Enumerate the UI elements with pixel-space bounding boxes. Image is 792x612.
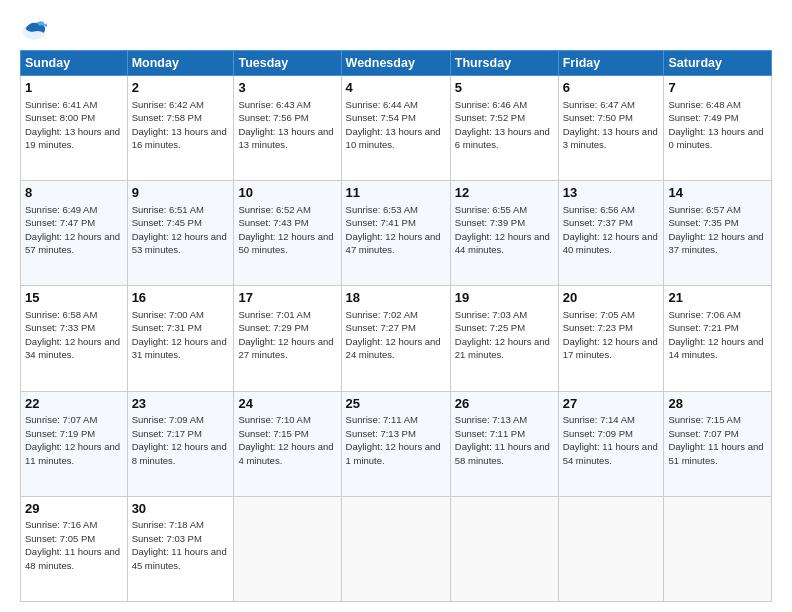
- day-info: Sunrise: 6:47 AMSunset: 7:50 PMDaylight:…: [563, 99, 658, 151]
- day-number: 15: [25, 289, 123, 307]
- calendar-week-row: 22 Sunrise: 7:07 AMSunset: 7:19 PMDaylig…: [21, 391, 772, 496]
- calendar-cell: 5 Sunrise: 6:46 AMSunset: 7:52 PMDayligh…: [450, 76, 558, 181]
- day-info: Sunrise: 7:16 AMSunset: 7:05 PMDaylight:…: [25, 519, 120, 571]
- day-info: Sunrise: 7:05 AMSunset: 7:23 PMDaylight:…: [563, 309, 658, 361]
- calendar-cell: 21 Sunrise: 7:06 AMSunset: 7:21 PMDaylig…: [664, 286, 772, 391]
- day-number: 4: [346, 79, 446, 97]
- day-number: 5: [455, 79, 554, 97]
- calendar-cell: 3 Sunrise: 6:43 AMSunset: 7:56 PMDayligh…: [234, 76, 341, 181]
- day-info: Sunrise: 6:53 AMSunset: 7:41 PMDaylight:…: [346, 204, 441, 256]
- day-info: Sunrise: 7:11 AMSunset: 7:13 PMDaylight:…: [346, 414, 441, 466]
- calendar-cell: 7 Sunrise: 6:48 AMSunset: 7:49 PMDayligh…: [664, 76, 772, 181]
- calendar-week-row: 8 Sunrise: 6:49 AMSunset: 7:47 PMDayligh…: [21, 181, 772, 286]
- day-info: Sunrise: 6:41 AMSunset: 8:00 PMDaylight:…: [25, 99, 120, 151]
- day-number: 19: [455, 289, 554, 307]
- calendar-cell: [234, 496, 341, 601]
- calendar-cell: 25 Sunrise: 7:11 AMSunset: 7:13 PMDaylig…: [341, 391, 450, 496]
- calendar-cell: [341, 496, 450, 601]
- day-info: Sunrise: 7:10 AMSunset: 7:15 PMDaylight:…: [238, 414, 333, 466]
- calendar-cell: 17 Sunrise: 7:01 AMSunset: 7:29 PMDaylig…: [234, 286, 341, 391]
- day-number: 25: [346, 395, 446, 413]
- day-number: 8: [25, 184, 123, 202]
- calendar-cell: 1 Sunrise: 6:41 AMSunset: 8:00 PMDayligh…: [21, 76, 128, 181]
- calendar-cell: 22 Sunrise: 7:07 AMSunset: 7:19 PMDaylig…: [21, 391, 128, 496]
- day-number: 16: [132, 289, 230, 307]
- day-number: 21: [668, 289, 767, 307]
- day-info: Sunrise: 6:55 AMSunset: 7:39 PMDaylight:…: [455, 204, 550, 256]
- header-wednesday: Wednesday: [341, 51, 450, 76]
- day-info: Sunrise: 6:48 AMSunset: 7:49 PMDaylight:…: [668, 99, 763, 151]
- day-number: 29: [25, 500, 123, 518]
- day-number: 7: [668, 79, 767, 97]
- calendar-cell: 15 Sunrise: 6:58 AMSunset: 7:33 PMDaylig…: [21, 286, 128, 391]
- day-info: Sunrise: 6:58 AMSunset: 7:33 PMDaylight:…: [25, 309, 120, 361]
- day-number: 11: [346, 184, 446, 202]
- calendar-table: Sunday Monday Tuesday Wednesday Thursday…: [20, 50, 772, 602]
- day-info: Sunrise: 7:09 AMSunset: 7:17 PMDaylight:…: [132, 414, 227, 466]
- calendar-cell: 20 Sunrise: 7:05 AMSunset: 7:23 PMDaylig…: [558, 286, 664, 391]
- calendar-cell: 14 Sunrise: 6:57 AMSunset: 7:35 PMDaylig…: [664, 181, 772, 286]
- calendar-cell: 16 Sunrise: 7:00 AMSunset: 7:31 PMDaylig…: [127, 286, 234, 391]
- logo: [20, 16, 52, 44]
- calendar-cell: 11 Sunrise: 6:53 AMSunset: 7:41 PMDaylig…: [341, 181, 450, 286]
- day-number: 13: [563, 184, 660, 202]
- calendar-cell: 28 Sunrise: 7:15 AMSunset: 7:07 PMDaylig…: [664, 391, 772, 496]
- calendar-cell: 13 Sunrise: 6:56 AMSunset: 7:37 PMDaylig…: [558, 181, 664, 286]
- day-info: Sunrise: 7:02 AMSunset: 7:27 PMDaylight:…: [346, 309, 441, 361]
- day-number: 24: [238, 395, 336, 413]
- calendar-cell: 19 Sunrise: 7:03 AMSunset: 7:25 PMDaylig…: [450, 286, 558, 391]
- day-number: 27: [563, 395, 660, 413]
- day-number: 10: [238, 184, 336, 202]
- day-info: Sunrise: 6:46 AMSunset: 7:52 PMDaylight:…: [455, 99, 550, 151]
- day-info: Sunrise: 7:15 AMSunset: 7:07 PMDaylight:…: [668, 414, 763, 466]
- page: Sunday Monday Tuesday Wednesday Thursday…: [0, 0, 792, 612]
- day-info: Sunrise: 7:00 AMSunset: 7:31 PMDaylight:…: [132, 309, 227, 361]
- day-info: Sunrise: 6:43 AMSunset: 7:56 PMDaylight:…: [238, 99, 333, 151]
- day-info: Sunrise: 7:01 AMSunset: 7:29 PMDaylight:…: [238, 309, 333, 361]
- day-info: Sunrise: 7:14 AMSunset: 7:09 PMDaylight:…: [563, 414, 658, 466]
- header: [20, 16, 772, 44]
- header-monday: Monday: [127, 51, 234, 76]
- day-number: 2: [132, 79, 230, 97]
- logo-icon: [20, 16, 48, 44]
- day-number: 18: [346, 289, 446, 307]
- calendar-week-row: 29 Sunrise: 7:16 AMSunset: 7:05 PMDaylig…: [21, 496, 772, 601]
- day-number: 30: [132, 500, 230, 518]
- calendar-week-row: 1 Sunrise: 6:41 AMSunset: 8:00 PMDayligh…: [21, 76, 772, 181]
- day-info: Sunrise: 7:18 AMSunset: 7:03 PMDaylight:…: [132, 519, 227, 571]
- day-number: 14: [668, 184, 767, 202]
- day-info: Sunrise: 7:07 AMSunset: 7:19 PMDaylight:…: [25, 414, 120, 466]
- header-friday: Friday: [558, 51, 664, 76]
- calendar-cell: 8 Sunrise: 6:49 AMSunset: 7:47 PMDayligh…: [21, 181, 128, 286]
- calendar-cell: [450, 496, 558, 601]
- calendar-cell: 27 Sunrise: 7:14 AMSunset: 7:09 PMDaylig…: [558, 391, 664, 496]
- day-number: 20: [563, 289, 660, 307]
- header-saturday: Saturday: [664, 51, 772, 76]
- calendar-cell: 10 Sunrise: 6:52 AMSunset: 7:43 PMDaylig…: [234, 181, 341, 286]
- calendar-cell: 4 Sunrise: 6:44 AMSunset: 7:54 PMDayligh…: [341, 76, 450, 181]
- day-info: Sunrise: 7:13 AMSunset: 7:11 PMDaylight:…: [455, 414, 550, 466]
- calendar-week-row: 15 Sunrise: 6:58 AMSunset: 7:33 PMDaylig…: [21, 286, 772, 391]
- day-number: 6: [563, 79, 660, 97]
- calendar-cell: 26 Sunrise: 7:13 AMSunset: 7:11 PMDaylig…: [450, 391, 558, 496]
- calendar-cell: [664, 496, 772, 601]
- day-info: Sunrise: 6:44 AMSunset: 7:54 PMDaylight:…: [346, 99, 441, 151]
- day-number: 26: [455, 395, 554, 413]
- calendar-cell: 23 Sunrise: 7:09 AMSunset: 7:17 PMDaylig…: [127, 391, 234, 496]
- calendar-cell: 6 Sunrise: 6:47 AMSunset: 7:50 PMDayligh…: [558, 76, 664, 181]
- day-number: 22: [25, 395, 123, 413]
- calendar-cell: 12 Sunrise: 6:55 AMSunset: 7:39 PMDaylig…: [450, 181, 558, 286]
- day-info: Sunrise: 6:52 AMSunset: 7:43 PMDaylight:…: [238, 204, 333, 256]
- calendar-cell: 30 Sunrise: 7:18 AMSunset: 7:03 PMDaylig…: [127, 496, 234, 601]
- header-sunday: Sunday: [21, 51, 128, 76]
- calendar-cell: [558, 496, 664, 601]
- day-info: Sunrise: 7:06 AMSunset: 7:21 PMDaylight:…: [668, 309, 763, 361]
- day-info: Sunrise: 6:57 AMSunset: 7:35 PMDaylight:…: [668, 204, 763, 256]
- header-tuesday: Tuesday: [234, 51, 341, 76]
- calendar-cell: 18 Sunrise: 7:02 AMSunset: 7:27 PMDaylig…: [341, 286, 450, 391]
- day-info: Sunrise: 6:42 AMSunset: 7:58 PMDaylight:…: [132, 99, 227, 151]
- calendar-cell: 24 Sunrise: 7:10 AMSunset: 7:15 PMDaylig…: [234, 391, 341, 496]
- calendar-header-row: Sunday Monday Tuesday Wednesday Thursday…: [21, 51, 772, 76]
- header-thursday: Thursday: [450, 51, 558, 76]
- day-info: Sunrise: 6:49 AMSunset: 7:47 PMDaylight:…: [25, 204, 120, 256]
